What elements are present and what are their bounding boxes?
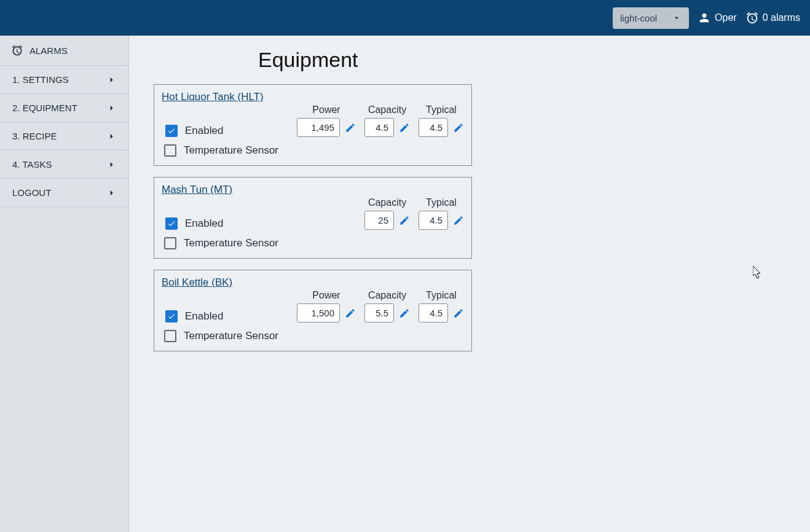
typical-label: Typical	[426, 104, 457, 115]
check-icon	[167, 219, 176, 228]
pencil-icon[interactable]	[399, 215, 410, 226]
power-label: Power	[312, 104, 340, 115]
power-input[interactable]	[297, 118, 340, 137]
sensor-label: Temperature Sensor	[184, 237, 278, 249]
chevron-down-icon	[672, 13, 682, 23]
check-icon	[167, 312, 176, 321]
equipment-card-hlt: Hot Liquor Tank (HLT) Enabled Power	[154, 84, 472, 166]
alarm-icon	[11, 44, 23, 57]
pencil-icon[interactable]	[453, 215, 464, 226]
pencil-icon[interactable]	[453, 308, 464, 319]
typical-input[interactable]	[419, 303, 448, 323]
sidebar-item-logout[interactable]: LOGOUT	[0, 179, 128, 207]
card-title[interactable]: Mash Tun (MT)	[162, 184, 464, 196]
sidebar-item-alarms[interactable]: ALARMS	[0, 36, 128, 66]
sidebar-item-recipe[interactable]: 3. RECIPE	[0, 122, 128, 151]
chevron-right-icon	[106, 75, 116, 85]
power-input[interactable]	[297, 303, 340, 323]
pencil-icon[interactable]	[399, 308, 410, 319]
typical-input[interactable]	[419, 118, 448, 137]
sensor-label: Temperature Sensor	[184, 144, 278, 157]
enabled-label: Enabled	[185, 217, 223, 230]
card-title[interactable]: Boil Kettle (BK)	[162, 276, 464, 289]
typical-input[interactable]	[419, 211, 448, 230]
capacity-label: Capacity	[368, 197, 406, 208]
alarms-indicator[interactable]: 0 alarms	[745, 11, 800, 25]
card-title[interactable]: Hot Liquor Tank (HLT)	[162, 91, 464, 103]
typical-label: Typical	[426, 197, 457, 208]
equipment-card-mt: Mash Tun (MT) Enabled Capacity	[154, 177, 472, 259]
sensor-checkbox[interactable]	[164, 144, 176, 157]
theme-select[interactable]: light-cool	[613, 7, 689, 29]
enabled-label: Enabled	[185, 310, 223, 323]
sensor-checkbox[interactable]	[164, 237, 176, 249]
sidebar: ALARMS 1. SETTINGS 2. EQUIPMENT 3. RECIP…	[0, 36, 129, 532]
typical-label: Typical	[426, 290, 457, 301]
sidebar-item-label: 4. TASKS	[12, 159, 52, 170]
user-info[interactable]: Oper	[698, 11, 737, 25]
chevron-right-icon	[106, 160, 116, 170]
sidebar-item-settings[interactable]: 1. SETTINGS	[0, 66, 128, 94]
pencil-icon[interactable]	[453, 122, 464, 133]
sensor-label: Temperature Sensor	[184, 330, 278, 342]
alarms-label: 0 alarms	[763, 12, 800, 23]
chevron-right-icon	[106, 103, 116, 113]
sidebar-item-label: 2. EQUIPMENT	[12, 103, 77, 113]
enabled-checkbox[interactable]	[165, 217, 178, 230]
pencil-icon[interactable]	[345, 308, 356, 319]
alarm-icon	[745, 11, 759, 25]
page-title: Equipment	[258, 48, 785, 72]
sidebar-item-tasks[interactable]: 4. TASKS	[0, 151, 128, 179]
user-icon	[698, 11, 711, 25]
theme-value: light-cool	[620, 13, 657, 23]
chevron-right-icon	[106, 131, 116, 141]
user-label: Oper	[715, 12, 737, 23]
capacity-label: Capacity	[368, 104, 406, 115]
sensor-checkbox[interactable]	[164, 330, 176, 342]
power-label: Power	[312, 290, 340, 301]
sidebar-item-label: 1. SETTINGS	[12, 74, 69, 85]
sidebar-item-label: 3. RECIPE	[12, 131, 57, 141]
capacity-input[interactable]	[364, 118, 394, 137]
sidebar-item-equipment[interactable]: 2. EQUIPMENT	[0, 94, 128, 122]
capacity-label: Capacity	[368, 290, 406, 301]
pencil-icon[interactable]	[399, 122, 410, 133]
enabled-checkbox[interactable]	[165, 125, 178, 137]
main-content: Equipment Hot Liquor Tank (HLT) Enabled …	[129, 36, 810, 532]
enabled-label: Enabled	[185, 125, 223, 137]
enabled-checkbox[interactable]	[165, 310, 178, 323]
pencil-icon[interactable]	[345, 122, 356, 133]
sidebar-alarms-label: ALARMS	[29, 45, 68, 56]
sidebar-item-label: LOGOUT	[12, 187, 51, 198]
chevron-right-icon	[106, 188, 116, 198]
equipment-card-bk: Boil Kettle (BK) Enabled Power	[154, 270, 472, 351]
capacity-input[interactable]	[364, 211, 394, 230]
app-header: light-cool Oper 0 alarms	[0, 0, 810, 36]
capacity-input[interactable]	[364, 303, 394, 323]
check-icon	[167, 127, 176, 135]
